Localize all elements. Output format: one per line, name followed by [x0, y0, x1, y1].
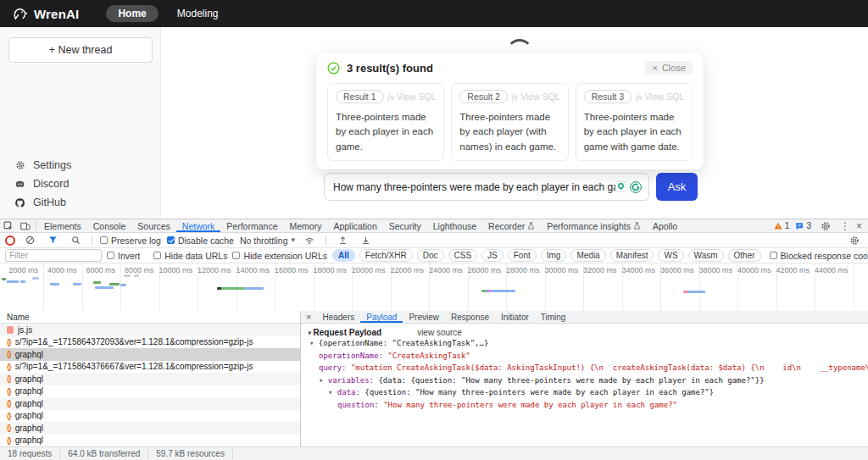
request-row[interactable]: {}s/?ip=1&_=1715864372093&ver=1.128.1&co…	[0, 336, 300, 349]
type-filter-js[interactable]: JS	[481, 249, 504, 262]
devtools-tab-performance-insights[interactable]: Performance insights	[541, 219, 647, 232]
detail-tab-response[interactable]: Response	[445, 311, 495, 323]
devtools-tab-console[interactable]: Console	[87, 219, 132, 232]
filter-input[interactable]	[5, 249, 102, 262]
devtools-settings-icon[interactable]	[817, 219, 834, 232]
detail-tab-initiator[interactable]: Initiator	[495, 311, 535, 323]
hide-extension-urls-checkbox[interactable]: Hide extension URLs	[232, 251, 327, 261]
payload-line[interactable]: ▾ data: {question: "How many three-point…	[301, 386, 868, 399]
inspect-element-icon[interactable]	[0, 219, 17, 232]
request-row[interactable]: {}graphql	[0, 385, 300, 398]
devtools-tab-security[interactable]: Security	[383, 219, 427, 232]
detail-tab-payload[interactable]: Payload	[360, 311, 403, 323]
network-overview-timeline[interactable]: 2000 ms4000 ms6000 ms8000 ms10000 ms1200…	[0, 263, 868, 312]
export-har-icon[interactable]	[357, 234, 374, 247]
view-sql-button[interactable]: fxView SQL	[636, 91, 684, 102]
view-sql-button[interactable]: fxView SQL	[512, 91, 560, 102]
issues-badge[interactable]: 3	[795, 221, 811, 230]
devtools-tab-lighthouse[interactable]: Lighthouse	[427, 219, 482, 232]
new-thread-button[interactable]: + New thread	[8, 37, 153, 63]
sidebar-item-discord[interactable]: Discord	[0, 175, 160, 193]
devtools-tab-network[interactable]: Network	[176, 219, 221, 232]
type-filter-img[interactable]: Img	[541, 249, 567, 262]
devtools-tab-sources[interactable]: Sources	[131, 219, 176, 232]
devtools-tab-apollo[interactable]: Apollo	[647, 219, 683, 232]
warnings-badge[interactable]: 1	[774, 221, 790, 230]
type-filter-doc[interactable]: Doc	[417, 249, 444, 262]
request-row[interactable]: {}graphql	[0, 422, 300, 435]
devtools-tab-elements[interactable]: Elements	[38, 219, 87, 232]
preserve-log-checkbox[interactable]: Preserve log	[100, 236, 161, 246]
detail-tab-preview[interactable]: Preview	[403, 311, 445, 323]
type-filter-other[interactable]: Other	[728, 249, 761, 262]
import-har-icon[interactable]	[334, 234, 351, 247]
payload-line[interactable]: ▾ variables: {data: {question: "How many…	[301, 374, 868, 387]
disable-cache-checkbox[interactable]: Disable cache	[167, 236, 234, 246]
network-conditions-icon[interactable]	[301, 234, 318, 247]
close-devtools-icon[interactable]: ×	[856, 221, 862, 231]
devtools-tab-memory[interactable]: Memory	[283, 219, 327, 232]
network-settings-icon[interactable]	[846, 234, 863, 247]
type-filter-font[interactable]: Font	[508, 249, 537, 262]
view-source-link[interactable]: view source	[417, 328, 462, 337]
request-row[interactable]: {}graphql	[0, 435, 300, 447]
payload-segment: data:	[337, 388, 365, 396]
blocked-response-cookies-checkbox[interactable]: Blocked response cookies	[770, 251, 868, 261]
type-filter-wasm[interactable]: Wasm	[688, 249, 724, 262]
record-button[interactable]	[5, 236, 15, 246]
overflow-menu-icon[interactable]: ⋮	[840, 221, 850, 231]
type-filter-all[interactable]: All	[332, 249, 355, 262]
payload-line[interactable]: question: "How many three-pointers were …	[301, 399, 868, 412]
payload-line[interactable]: ▾ {operationName: "CreateAskingTask",…}	[301, 337, 868, 350]
payload-segment: "CreateAskingTask"	[387, 352, 470, 360]
collapse-arrow-icon[interactable]: ▾	[308, 329, 312, 337]
devtools-tab-recorder[interactable]: Recorder	[482, 219, 541, 232]
close-detail-icon[interactable]: ×	[301, 312, 316, 322]
result-card-2[interactable]: Result 2fxView SQLThree-pointers made by…	[451, 83, 568, 161]
question-input[interactable]: How many three-pointers were made by eac…	[324, 173, 649, 201]
discord-icon	[14, 179, 25, 190]
filter-icon[interactable]	[44, 234, 61, 247]
detail-tab-headers[interactable]: Headers	[316, 311, 360, 323]
resource-type-filters: AllFetch/XHRDocCSSJSFontImgMediaManifest…	[332, 249, 761, 262]
sidebar-item-label: GitHub	[33, 197, 66, 208]
request-row[interactable]: {}graphql	[0, 410, 300, 423]
nav-home[interactable]: Home	[106, 5, 158, 22]
type-filter-media[interactable]: Media	[570, 249, 605, 262]
request-row[interactable]: {}graphql	[0, 397, 300, 410]
view-sql-button[interactable]: fxView SQL	[387, 91, 436, 102]
request-row[interactable]: {}graphql	[0, 348, 300, 361]
request-row[interactable]: {}graphql	[0, 373, 300, 385]
payload-line[interactable]: operationName: "CreateAskingTask"	[301, 350, 868, 363]
devtools-tab-performance[interactable]: Performance	[220, 219, 283, 232]
invert-checkbox[interactable]: Invert	[107, 251, 140, 261]
requests-name-header[interactable]: Name	[0, 311, 300, 324]
device-toolbar-icon[interactable]	[17, 219, 34, 232]
type-filter-ws[interactable]: WS	[658, 249, 683, 262]
result-card-1[interactable]: Result 1fxView SQLThree-pointers made by…	[327, 83, 444, 161]
throttling-dropdown[interactable]: No throttling ▾	[240, 236, 295, 246]
type-filter-css[interactable]: CSS	[448, 249, 478, 262]
clear-icon[interactable]	[21, 234, 38, 247]
search-icon[interactable]	[67, 234, 84, 247]
grammarly-icon[interactable]	[630, 181, 642, 193]
waterfall-bar	[2, 278, 6, 280]
type-filter-manifest[interactable]: Manifest	[610, 249, 654, 262]
type-filter-fetch-xhr[interactable]: Fetch/XHR	[359, 249, 413, 262]
lightbulb-extension-icon[interactable]	[615, 181, 626, 192]
hide-data-urls-checkbox[interactable]: Hide data URLs	[153, 251, 227, 261]
detail-tab-timing[interactable]: Timing	[535, 311, 572, 323]
result-card-3[interactable]: Result 3fxView SQLThree-pointers made by…	[576, 83, 693, 161]
close-results-button[interactable]: × Close	[645, 61, 693, 75]
nav-modeling[interactable]: Modeling	[177, 8, 219, 19]
request-row[interactable]: js.js	[0, 324, 300, 336]
payload-line[interactable]: query: "mutation CreateAskingTask($data:…	[301, 362, 868, 374]
results-popup: 3 result(s) found × Close Result 1fxView…	[316, 53, 704, 169]
result-badge: Result 1	[336, 90, 384, 103]
sidebar-item-settings[interactable]: Settings	[0, 156, 160, 175]
sidebar-item-github[interactable]: GitHub	[0, 193, 160, 212]
checkbox-icon	[153, 252, 161, 259]
ask-button[interactable]: Ask	[656, 173, 698, 201]
request-row[interactable]: {}s/?ip=1&_=1715864376667&ver=1.128.1&co…	[0, 361, 300, 374]
devtools-tab-application[interactable]: Application	[327, 219, 382, 232]
